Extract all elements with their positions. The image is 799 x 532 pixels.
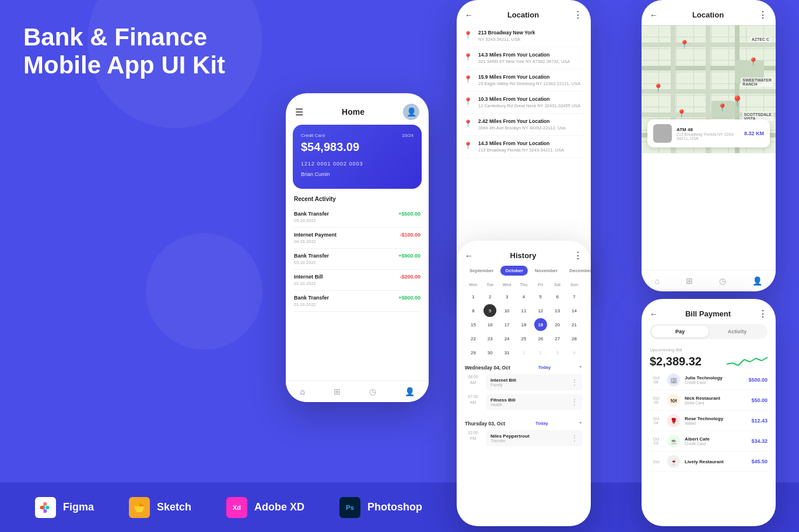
cal-30[interactable]: 30 bbox=[483, 346, 496, 359]
map-pin-4: 📍 bbox=[677, 109, 686, 118]
svg-point-1 bbox=[46, 506, 50, 509]
cal-19[interactable]: 19 bbox=[534, 318, 547, 331]
more-icon[interactable]: ⋮ bbox=[573, 9, 583, 20]
nav-home-icon[interactable]: ⌂ bbox=[300, 387, 304, 396]
cal-20[interactable]: 20 bbox=[551, 318, 564, 331]
cal-nm1[interactable]: 1 bbox=[517, 346, 530, 359]
bill-more-icon[interactable]: ⋮ bbox=[758, 308, 768, 319]
month-nov[interactable]: November bbox=[530, 266, 562, 276]
cal-2[interactable]: 2 bbox=[483, 290, 496, 303]
history-more-icon[interactable]: ⋮ bbox=[573, 250, 583, 261]
cal-6[interactable]: 6 bbox=[551, 290, 564, 303]
nav-profile-icon[interactable]: 👤 bbox=[405, 387, 415, 396]
atm-thumbnail bbox=[653, 124, 672, 143]
cal-week-2: 8 9 10 11 12 13 14 bbox=[465, 304, 583, 317]
pin-icon-4: 📍 bbox=[464, 119, 472, 128]
map-more-icon[interactable]: ⋮ bbox=[758, 9, 768, 20]
cal-29[interactable]: 29 bbox=[467, 346, 479, 359]
tool-figma: Figma bbox=[35, 497, 94, 518]
cal-4[interactable]: 4 bbox=[517, 290, 530, 303]
cal-8[interactable]: 8 bbox=[467, 304, 479, 317]
hist-event-1: 08:00AM Internet Bill Family ⋮ bbox=[465, 374, 583, 390]
atm-details: ATM 48 213 Broadway Florida NY 3243-3421… bbox=[677, 127, 740, 140]
cal-9[interactable]: 9 bbox=[483, 304, 496, 317]
day-wed: Wed bbox=[499, 281, 516, 288]
nav-cards-icon[interactable]: ⊞ bbox=[334, 387, 341, 396]
bill-tab-pay[interactable]: Pay bbox=[651, 326, 709, 337]
cal-1[interactable]: 1 bbox=[467, 290, 479, 303]
map-back-icon[interactable]: ← bbox=[650, 10, 658, 20]
activity-item-1: Bank Transfer05.10.2022 +$500.00 bbox=[294, 207, 420, 228]
event-more-icon-3[interactable]: ⋮ bbox=[571, 434, 578, 442]
bill-items: Oct06 🏢 Julia Technology Credit Card $50… bbox=[642, 370, 776, 472]
bill-amount-row: $2,389.32 bbox=[650, 353, 768, 370]
figma-label: Figma bbox=[63, 501, 94, 513]
history-back-icon[interactable]: ← bbox=[465, 251, 473, 260]
bill-item-1: Oct06 🏢 Julia Technology Credit Card $50… bbox=[650, 370, 768, 390]
nick-icon: 🍽 bbox=[667, 394, 680, 407]
cal-5[interactable]: 5 bbox=[534, 290, 547, 303]
map-pin-5: 📍 bbox=[717, 103, 727, 112]
ps-label: Photoshop bbox=[367, 501, 422, 513]
nav-history-icon-map[interactable]: ◷ bbox=[719, 276, 726, 286]
cal-25[interactable]: 25 bbox=[517, 332, 530, 345]
cal-22[interactable]: 22 bbox=[467, 332, 479, 345]
loc-item-1: 📍 14.3 Miles From Your Location 321 34RD… bbox=[464, 47, 584, 69]
card-numbers: 1212 0001 0002 0003 bbox=[301, 161, 413, 167]
atm-info-card: ATM 48 213 Broadway Florida NY 3243-3421… bbox=[647, 119, 770, 147]
julia-icon: 🏢 bbox=[667, 374, 680, 386]
cal-nm2[interactable]: 2 bbox=[534, 346, 547, 359]
xd-icon: Xd bbox=[226, 497, 247, 518]
cal-23[interactable]: 23 bbox=[483, 332, 496, 345]
nav-profile-icon-map[interactable]: 👤 bbox=[752, 276, 762, 286]
nav-home-icon-map[interactable]: ⌂ bbox=[655, 276, 660, 286]
hero-title: Bank & Finance Mobile App UI Kit bbox=[23, 23, 225, 80]
cal-26[interactable]: 26 bbox=[534, 332, 547, 345]
cal-11[interactable]: 11 bbox=[517, 304, 530, 317]
cal-nm4[interactable]: 4 bbox=[568, 346, 581, 359]
map-area: AZTEC C SWEETWATERRANCH SCOTTSDALEVISTA … bbox=[642, 25, 776, 153]
bill-tab-activity[interactable]: Activity bbox=[709, 326, 766, 337]
cal-13[interactable]: 13 bbox=[551, 304, 564, 317]
cal-27[interactable]: 27 bbox=[551, 332, 564, 345]
cal-16[interactable]: 16 bbox=[483, 318, 496, 331]
cal-17[interactable]: 17 bbox=[500, 318, 513, 331]
pin-icon-0: 📍 bbox=[464, 31, 472, 39]
hist-group-1: Wednesday 04, Oct Today ▼ 08:00AM Intern… bbox=[457, 360, 591, 416]
month-oct[interactable]: October bbox=[500, 266, 528, 276]
avatar[interactable]: 👤 bbox=[403, 104, 419, 120]
cal-10[interactable]: 10 bbox=[500, 304, 513, 317]
cal-nm3[interactable]: 3 bbox=[551, 346, 564, 359]
month-sep[interactable]: September bbox=[465, 266, 498, 276]
month-dec[interactable]: December bbox=[565, 266, 591, 276]
loc-item-3: 📍 10.3 Miles From Your Location 12 Cante… bbox=[464, 91, 584, 114]
nav-cards-icon-map[interactable]: ⊞ bbox=[686, 276, 693, 286]
cal-24[interactable]: 24 bbox=[500, 332, 513, 345]
cal-21[interactable]: 21 bbox=[568, 318, 581, 331]
back-arrow-icon[interactable]: ← bbox=[465, 10, 473, 20]
card-expiry: 10/24 bbox=[402, 133, 413, 138]
card-label: Credit Card bbox=[301, 133, 325, 138]
pin-icon-3: 📍 bbox=[464, 97, 472, 105]
bill-title: Bill Payment bbox=[685, 309, 731, 318]
atm-address: 213 Broadway Florida NY 3243-34211, USA bbox=[677, 132, 740, 140]
cal-31[interactable]: 31 bbox=[500, 346, 513, 359]
hist-date-2: Thursday 03, Oct Today ▼ bbox=[465, 421, 583, 427]
hamburger-icon[interactable]: ☰ bbox=[295, 107, 303, 118]
cal-12[interactable]: 12 bbox=[534, 304, 547, 317]
event-more-icon-2[interactable]: ⋮ bbox=[571, 398, 578, 406]
cal-18[interactable]: 18 bbox=[517, 318, 530, 331]
map-label-aztec: AZTEC C bbox=[750, 37, 771, 42]
svg-marker-5 bbox=[134, 506, 145, 512]
event-more-icon-1[interactable]: ⋮ bbox=[571, 378, 578, 386]
loc-item-0: 📍 213 Broadway New York NY 3243-34211, U… bbox=[464, 25, 584, 47]
bill-back-icon[interactable]: ← bbox=[650, 309, 658, 319]
cal-7[interactable]: 7 bbox=[568, 290, 581, 303]
cal-3[interactable]: 3 bbox=[500, 290, 513, 303]
cal-15[interactable]: 15 bbox=[467, 318, 479, 331]
cal-28[interactable]: 28 bbox=[568, 332, 581, 345]
bill-upcoming: Upcomming Bill $2,389.32 bbox=[642, 345, 776, 370]
nav-history-icon[interactable]: ◷ bbox=[369, 387, 376, 396]
map-pin-2: 📍 bbox=[748, 57, 758, 66]
cal-14[interactable]: 14 bbox=[568, 304, 581, 317]
